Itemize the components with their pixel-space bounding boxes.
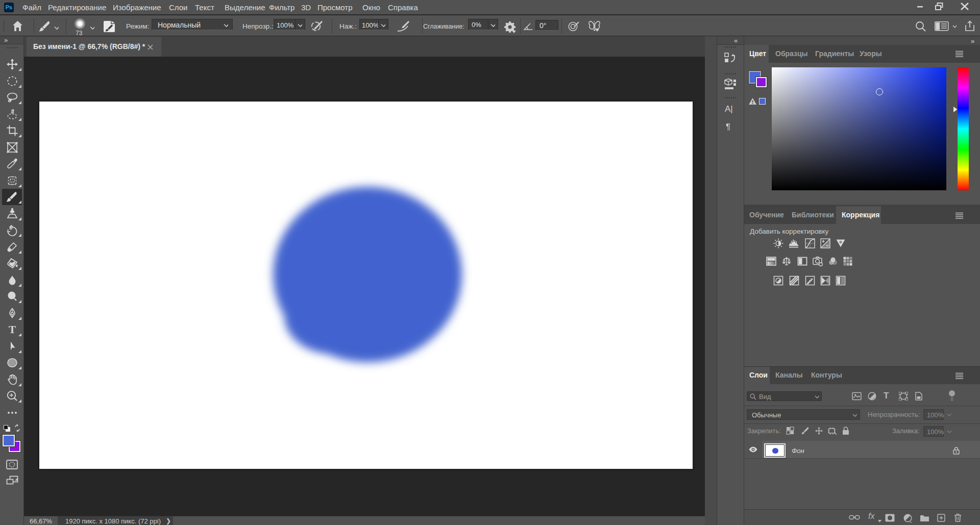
svg-text:T: T	[9, 323, 16, 336]
